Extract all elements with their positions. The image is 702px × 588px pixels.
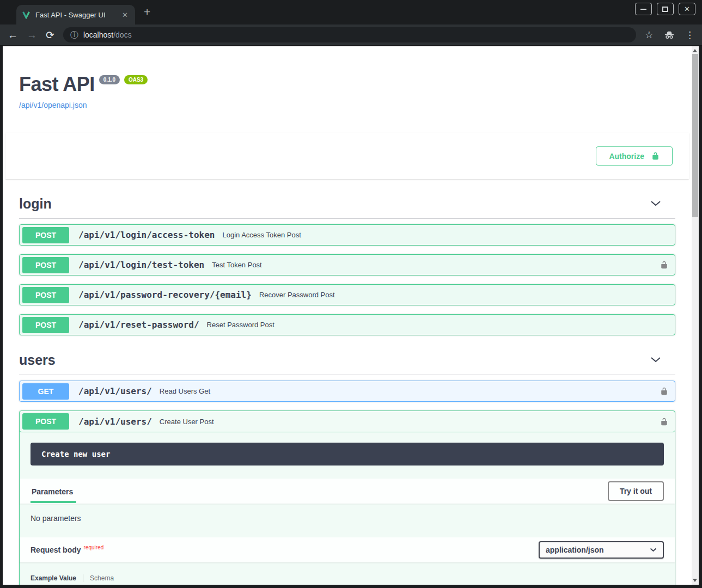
ops-list-login: POST/api/v1/login/access-tokenLogin Acce…	[19, 219, 675, 335]
endpoint-row[interactable]: POST /api/v1/users/ Create User Post	[20, 411, 675, 432]
required-badge: required	[84, 544, 104, 550]
method-badge: POST	[22, 413, 69, 430]
endpoint-summary: Read Users Get	[160, 387, 210, 395]
media-type-select[interactable]: application/json	[539, 541, 664, 559]
tab-parameters[interactable]: Parameters	[30, 480, 76, 503]
ops-list-users: GET/api/v1/users/Read Users Get	[19, 375, 675, 402]
request-body-label: Request body	[30, 546, 81, 554]
scrollbar[interactable]	[692, 46, 699, 585]
browser-toolbar: ← → ⟳ ⓘ localhost/docs ☆ ⋮	[0, 24, 702, 46]
method-badge: POST	[22, 287, 69, 303]
media-type-value: application/json	[546, 546, 604, 554]
request-body-header-bar: Request body required application/json	[20, 537, 675, 562]
model-example-section: Example Value Schema {	[30, 574, 664, 585]
bookmark-star-icon[interactable]: ☆	[645, 29, 654, 41]
parameters-header-bar: Parameters Try it out	[20, 479, 675, 504]
tab-strip: Fast API - Swagger UI ✕ + ✕	[0, 0, 702, 24]
api-info: Fast API 0.1.0 OAS3 /api/v1/openapi.json	[19, 73, 675, 110]
endpoint-path: /api/v1/reset-password/	[78, 320, 199, 330]
close-button[interactable]: ✕	[679, 3, 695, 15]
expanded-opblock: POST /api/v1/users/ Create User Post Cre…	[19, 411, 675, 585]
endpoint-summary: Create User Post	[160, 418, 214, 426]
section-title: users	[19, 352, 650, 368]
page-viewport: Fast API 0.1.0 OAS3 /api/v1/openapi.json…	[3, 46, 699, 585]
operation-description: Create new user	[30, 443, 664, 465]
tab-title: Fast API - Swagger UI	[35, 11, 115, 19]
maximize-button[interactable]	[657, 3, 674, 15]
site-info-icon[interactable]: ⓘ	[70, 30, 78, 40]
unlock-icon	[660, 417, 668, 426]
section-title: login	[19, 196, 650, 212]
endpoint-row[interactable]: POST/api/v1/password-recovery/{email}Rec…	[19, 284, 675, 305]
oas3-badge: OAS3	[124, 75, 148, 84]
unlock-icon	[651, 151, 660, 161]
forward-button[interactable]: →	[27, 30, 37, 40]
endpoint-path: /api/v1/login/access-token	[78, 230, 215, 240]
endpoint-path: /api/v1/users/	[78, 386, 152, 396]
endpoint-path: /api/v1/users/	[78, 416, 152, 427]
new-tab-button[interactable]: +	[144, 5, 150, 19]
page-title: Fast API	[19, 73, 95, 96]
back-button[interactable]: ←	[8, 30, 18, 40]
endpoint-summary: Reset Password Post	[207, 321, 274, 329]
close-icon: ✕	[684, 5, 690, 13]
minimize-button[interactable]	[635, 3, 652, 15]
url-path: /docs	[113, 30, 131, 39]
version-badge: 0.1.0	[99, 75, 120, 84]
no-parameters-text: No parameters	[20, 504, 675, 535]
endpoint-summary: Test Token Post	[212, 261, 262, 269]
authorize-button[interactable]: Authorize	[596, 146, 673, 166]
authorize-label: Authorize	[609, 152, 644, 161]
chevron-down-icon	[650, 548, 657, 552]
scrollbar-down-arrow[interactable]	[693, 579, 697, 582]
auth-lock-button[interactable]	[660, 260, 668, 270]
method-badge: POST	[22, 317, 69, 333]
favicon-v-icon	[22, 10, 30, 19]
endpoint-path: /api/v1/password-recovery/{email}	[78, 290, 252, 300]
openapi-spec-link[interactable]: /api/v1/openapi.json	[19, 101, 87, 109]
collapse-chevron-down-icon[interactable]	[650, 200, 661, 208]
scheme-container: Authorize	[5, 133, 689, 179]
menu-dots-icon[interactable]: ⋮	[685, 29, 694, 41]
tab-example-value[interactable]: Example Value	[30, 574, 83, 582]
endpoint-summary: Recover Password Post	[259, 291, 335, 299]
address-bar[interactable]: ⓘ localhost/docs	[63, 27, 636, 42]
swagger-page: Fast API 0.1.0 OAS3 /api/v1/openapi.json…	[3, 46, 692, 585]
endpoint-row[interactable]: POST/api/v1/reset-password/Reset Passwor…	[19, 314, 675, 335]
section-header-users[interactable]: users	[19, 347, 675, 375]
try-it-out-button[interactable]: Try it out	[608, 481, 664, 501]
collapse-chevron-down-icon[interactable]	[650, 356, 661, 364]
endpoint-row[interactable]: POST/api/v1/login/test-tokenTest Token P…	[19, 254, 675, 275]
method-badge: POST	[22, 227, 69, 243]
unlock-icon	[660, 387, 668, 396]
endpoint-row[interactable]: POST/api/v1/login/access-tokenLogin Acce…	[19, 224, 675, 246]
reload-button[interactable]: ⟳	[46, 30, 54, 40]
scrollbar-thumb[interactable]	[692, 54, 698, 217]
url-host: localhost	[83, 30, 113, 39]
method-badge: POST	[22, 257, 69, 273]
incognito-icon	[663, 30, 675, 40]
tab-schema[interactable]: Schema	[83, 574, 114, 582]
auth-lock-button[interactable]	[660, 387, 668, 396]
maximize-icon	[662, 7, 668, 12]
unlock-icon	[660, 260, 668, 270]
section-header-login[interactable]: login	[19, 191, 675, 219]
method-badge: GET	[22, 383, 69, 400]
url-text: localhost/docs	[83, 30, 132, 39]
scrollbar-up-arrow[interactable]	[693, 49, 697, 52]
endpoint-row[interactable]: GET/api/v1/users/Read Users Get	[19, 381, 675, 402]
minimize-icon	[640, 9, 646, 10]
endpoint-path: /api/v1/login/test-token	[78, 260, 204, 270]
tab-close-icon[interactable]: ✕	[120, 11, 130, 19]
auth-lock-button[interactable]	[660, 417, 668, 426]
endpoint-summary: Login Access Token Post	[222, 231, 301, 239]
browser-tab[interactable]: Fast API - Swagger UI ✕	[16, 5, 135, 24]
